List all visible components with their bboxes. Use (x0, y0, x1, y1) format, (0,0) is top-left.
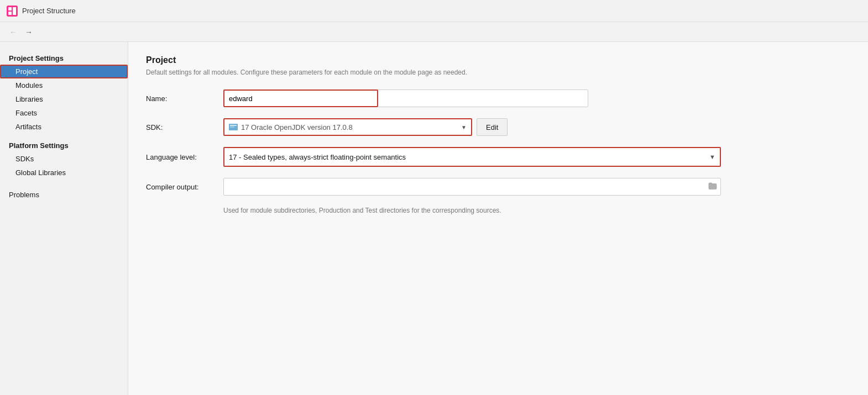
sidebar-item-problems[interactable]: Problems (0, 184, 128, 202)
window-title: Project Structure (22, 7, 76, 15)
sdk-controls: 17 Oracle OpenJDK version 17.0.8 ▼ Edit (223, 118, 850, 136)
nav-bar: ← → (0, 22, 868, 42)
compiler-output-label: Compiler output: (146, 183, 223, 191)
folder-browse-icon[interactable] (708, 182, 717, 192)
content-area: Project Default settings for all modules… (128, 42, 868, 395)
name-input[interactable] (223, 89, 378, 107)
back-button[interactable]: ← (7, 25, 20, 39)
compiler-output-field-wrapper (223, 178, 721, 196)
language-level-label: Language level: (146, 153, 223, 161)
edit-sdk-button[interactable]: Edit (477, 118, 508, 136)
main-layout: Project Settings Project Modules Librari… (0, 42, 868, 395)
sidebar-item-facets[interactable]: Facets (0, 106, 128, 120)
sidebar-item-modules[interactable]: Modules (0, 78, 128, 92)
project-settings-header: Project Settings (0, 51, 128, 65)
sidebar-divider (0, 134, 128, 138)
compiler-output-row: Compiler output: (146, 178, 850, 196)
compiler-output-controls (223, 178, 850, 196)
compiler-output-input[interactable] (227, 183, 708, 191)
sdk-row: SDK: 17 Oracle OpenJDK version 17.0.8 (146, 118, 850, 136)
page-title: Project (146, 55, 850, 65)
title-bar: Project Structure (0, 0, 868, 22)
sidebar-item-sdks[interactable]: SDKs (0, 152, 128, 166)
sidebar-item-global-libraries[interactable]: Global Libraries (0, 166, 128, 180)
sidebar-item-libraries[interactable]: Libraries (0, 92, 128, 106)
language-level-controls: 17 - Sealed types, always-strict floatin… (223, 147, 850, 167)
sdk-dropdown-arrow-icon: ▼ (461, 124, 467, 130)
language-level-row: Language level: 17 - Sealed types, alway… (146, 147, 850, 167)
app-logo (7, 6, 18, 17)
sidebar: Project Settings Project Modules Librari… (0, 42, 128, 395)
compiler-output-hint: Used for module subdirectories, Producti… (223, 207, 850, 214)
sidebar-item-artifacts[interactable]: Artifacts (0, 120, 128, 134)
sdk-value: 17 Oracle OpenJDK version 17.0.8 (241, 123, 353, 131)
svg-rect-3 (13, 7, 16, 15)
language-level-dropdown[interactable]: 17 - Sealed types, always-strict floatin… (223, 147, 721, 167)
svg-rect-5 (230, 125, 237, 126)
name-controls (223, 89, 850, 107)
sidebar-item-project[interactable]: Project (0, 65, 128, 78)
sdk-dropdown-inner: 17 Oracle OpenJDK version 17.0.8 (229, 123, 461, 131)
language-level-dropdown-arrow-icon: ▼ (709, 154, 715, 160)
name-row: Name: (146, 89, 850, 107)
name-label: Name: (146, 94, 223, 103)
svg-rect-2 (8, 12, 12, 15)
name-input-extension (378, 89, 588, 107)
sidebar-divider-2 (0, 180, 128, 184)
sdk-java-icon (229, 123, 238, 131)
page-subtitle: Default settings for all modules. Config… (146, 69, 850, 76)
svg-rect-1 (8, 7, 12, 10)
forward-button[interactable]: → (22, 25, 35, 39)
language-level-value: 17 - Sealed types, always-strict floatin… (229, 153, 709, 161)
platform-settings-header: Platform Settings (0, 138, 128, 152)
svg-rect-6 (230, 127, 234, 128)
name-fields (223, 89, 588, 107)
sdk-dropdown[interactable]: 17 Oracle OpenJDK version 17.0.8 ▼ (223, 118, 472, 136)
sdk-label: SDK: (146, 123, 223, 131)
